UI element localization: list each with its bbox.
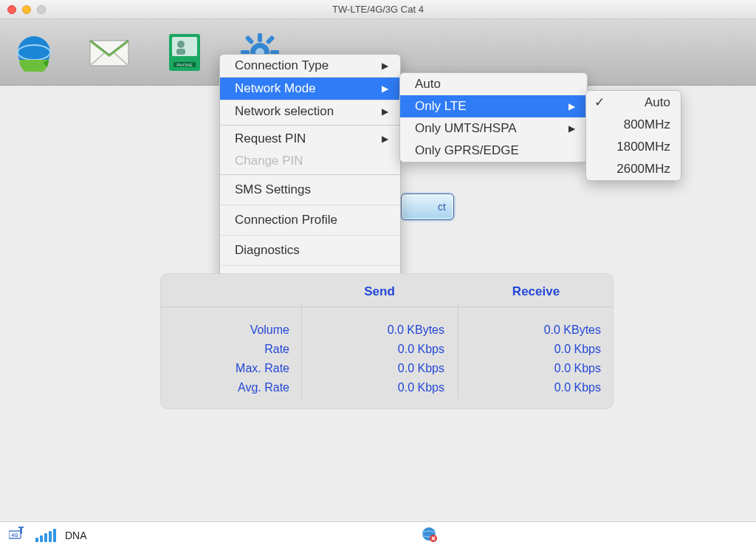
svg-rect-10	[258, 33, 262, 42]
menu-item-label: Request PIN	[235, 131, 306, 146]
menu-item-label: Only GPRS/EDGE	[415, 143, 519, 158]
menu-network-mode[interactable]: Network Mode ▶	[220, 78, 400, 100]
stats-label: Volume	[161, 323, 301, 337]
menu-item-label: Auto	[415, 77, 441, 92]
stats-send-value: 0.0 Kbps	[301, 381, 458, 394]
mode-only-lte[interactable]: Only LTE ▶	[400, 95, 587, 117]
stats-header: Send Receive	[161, 284, 613, 307]
svg-rect-22	[18, 527, 24, 528]
phonebook-icon[interactable]: PHONE	[164, 32, 205, 73]
operator-label: DNA	[65, 530, 87, 541]
band-1800[interactable]: 1800MHz	[586, 136, 681, 158]
menu-diagnostics[interactable]: Diagnostics	[220, 236, 400, 266]
menu-item-label: Connection Type	[235, 58, 329, 73]
svg-rect-14	[245, 35, 255, 44]
connect-button[interactable]: ct	[401, 193, 454, 220]
svg-text:4G: 4G	[11, 532, 18, 538]
band-800[interactable]: 800MHz	[586, 114, 681, 136]
settings-menu: Connection Type ▶ Network Mode ▶ Network…	[219, 54, 401, 296]
menu-item-label: Only UMTS/HSPA	[415, 121, 517, 136]
stats-label: Avg. Rate	[161, 381, 301, 394]
menu-item-label: Network selection	[235, 104, 334, 119]
stats-panel: Send Receive Volume 0.0 KBytes 0.0 KByte…	[160, 273, 614, 409]
stats-header-send: Send	[301, 284, 458, 299]
titlebar: TW-LTE/4G/3G Cat 4	[0, 0, 756, 19]
stats-row-avgrate: Avg. Rate 0.0 Kbps 0.0 Kbps	[161, 378, 613, 397]
stats-row-rate: Rate 0.0 Kbps 0.0 Kbps	[161, 340, 613, 359]
stats-label: Max. Rate	[161, 362, 301, 375]
menu-item-label: Auto	[645, 95, 670, 110]
stats-body: Volume 0.0 KBytes 0.0 KBytes Rate 0.0 Kb…	[161, 307, 613, 397]
submenu-arrow-icon: ▶	[568, 101, 575, 112]
stats-label: Rate	[161, 343, 301, 356]
stats-send-value: 0.0 Kbps	[301, 343, 458, 356]
tech-badge-icon: 4G	[9, 527, 27, 544]
stats-receive-value: 0.0 KBytes	[458, 323, 614, 337]
menu-item-label: Only LTE	[415, 99, 467, 114]
svg-rect-15	[266, 35, 275, 44]
menu-network-selection[interactable]: Network selection ▶	[220, 100, 400, 126]
stats-send-value: 0.0 Kbps	[301, 362, 458, 375]
signal-strength-icon	[35, 529, 56, 542]
mode-only-umts[interactable]: Only UMTS/HSPA ▶	[400, 117, 587, 140]
stats-send-value: 0.0 KBytes	[301, 323, 458, 337]
divider	[301, 304, 302, 398]
mode-only-gprs[interactable]: Only GPRS/EDGE	[400, 140, 587, 162]
stats-receive-value: 0.0 Kbps	[458, 343, 614, 356]
statusbar: 4G DNA	[0, 521, 756, 548]
lte-band-menu: ✓ Auto 800MHz 1800MHz 2600MHz	[585, 90, 681, 181]
submenu-arrow-icon: ▶	[568, 123, 575, 134]
divider	[458, 304, 458, 398]
stats-header-receive: Receive	[458, 284, 614, 299]
menu-connection-profile[interactable]: Connection Profile	[220, 205, 400, 236]
stats-row-maxrate: Max. Rate 0.0 Kbps 0.0 Kbps	[161, 359, 613, 378]
submenu-arrow-icon: ▶	[382, 106, 388, 117]
sms-icon[interactable]	[89, 32, 130, 73]
connection-icon[interactable]	[13, 32, 55, 73]
submenu-arrow-icon: ▶	[382, 83, 388, 94]
network-status-icon	[421, 526, 437, 544]
band-auto[interactable]: ✓ Auto	[586, 91, 681, 114]
menu-item-label: Diagnostics	[235, 243, 300, 258]
network-mode-menu: Auto Only LTE ▶ Only UMTS/HSPA ▶ Only GP…	[399, 72, 588, 162]
svg-text:PHONE: PHONE	[176, 63, 192, 67]
stats-receive-value: 0.0 Kbps	[458, 381, 614, 394]
stats-row-volume: Volume 0.0 KBytes 0.0 KBytes	[161, 321, 613, 340]
menu-item-label: Connection Profile	[235, 213, 337, 227]
submenu-arrow-icon: ▶	[382, 61, 388, 71]
mode-auto[interactable]: Auto	[400, 73, 587, 95]
menu-item-label: SMS Settings	[235, 182, 311, 197]
menu-item-label: Network Mode	[235, 81, 316, 96]
stats-receive-value: 0.0 Kbps	[458, 362, 614, 375]
menu-item-label: 800MHz	[624, 117, 670, 132]
menu-sms-settings[interactable]: SMS Settings	[220, 175, 400, 205]
window-title: TW-LTE/4G/3G Cat 4	[0, 4, 756, 15]
band-2600[interactable]: 2600MHz	[586, 158, 681, 180]
svg-rect-6	[176, 49, 185, 55]
submenu-arrow-icon: ▶	[382, 134, 388, 144]
check-icon: ✓	[594, 95, 605, 110]
stats-header-blank	[161, 284, 301, 299]
svg-point-5	[177, 41, 185, 48]
menu-request-pin[interactable]: Request PIN ▶	[220, 126, 400, 150]
menu-change-pin: Change PIN	[220, 150, 400, 175]
menu-connection-type[interactable]: Connection Type ▶	[220, 55, 400, 78]
menu-item-label: 2600MHz	[616, 162, 670, 177]
menu-item-label: Change PIN	[235, 154, 303, 168]
menu-item-label: 1800MHz	[616, 140, 670, 154]
